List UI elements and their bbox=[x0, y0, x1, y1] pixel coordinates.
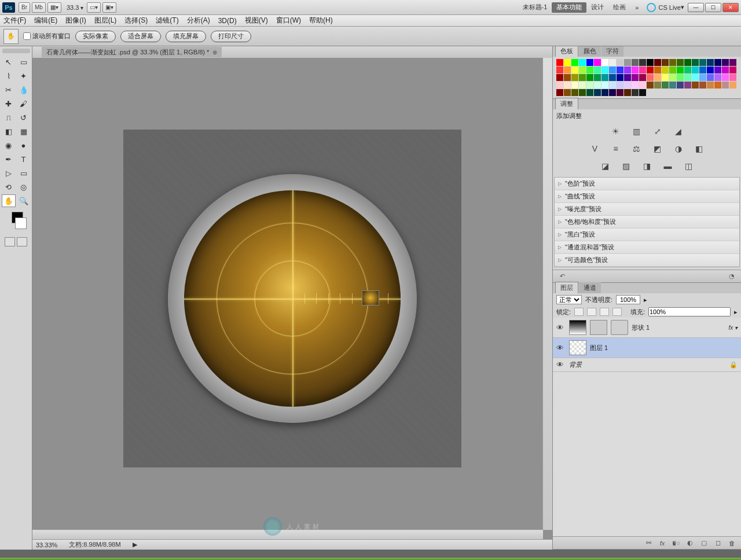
screenmode-button[interactable]: ▣▾ bbox=[102, 2, 116, 13]
swatch[interactable] bbox=[632, 82, 639, 89]
swatch[interactable] bbox=[677, 74, 684, 81]
swatch[interactable] bbox=[729, 82, 736, 89]
swatch[interactable] bbox=[579, 59, 586, 66]
swatch[interactable] bbox=[684, 82, 691, 89]
swatch[interactable] bbox=[564, 59, 571, 66]
menu-image[interactable]: 图像(I) bbox=[65, 16, 86, 25]
swatch[interactable] bbox=[571, 82, 578, 89]
swatch[interactable] bbox=[609, 67, 616, 73]
preset-item[interactable]: "曝光度"预设 bbox=[555, 203, 739, 216]
swatch[interactable] bbox=[714, 74, 721, 81]
swatch[interactable] bbox=[722, 82, 729, 89]
swatch[interactable] bbox=[677, 82, 684, 89]
swatch[interactable] bbox=[624, 82, 631, 89]
menu-3d[interactable]: 3D(D) bbox=[218, 17, 237, 25]
menu-filter[interactable]: 滤镜(T) bbox=[156, 16, 178, 25]
canvas-area[interactable]: 人人素材 bbox=[32, 58, 552, 539]
swatch[interactable] bbox=[684, 59, 691, 66]
tab-channels[interactable]: 通道 bbox=[579, 282, 601, 293]
crop-tool[interactable]: ✂ bbox=[2, 83, 16, 96]
actual-pixels-button[interactable]: 实际像素 bbox=[75, 31, 116, 42]
dodge-tool[interactable]: ● bbox=[17, 139, 31, 152]
swatch[interactable] bbox=[654, 82, 661, 89]
brightness-icon[interactable]: ☀ bbox=[610, 126, 622, 137]
adj-layer-icon[interactable]: ◐ bbox=[685, 539, 695, 547]
swatch[interactable] bbox=[624, 89, 631, 96]
link-layers-icon[interactable]: ⚯ bbox=[644, 539, 653, 547]
swatch[interactable] bbox=[714, 67, 721, 73]
menu-edit[interactable]: 编辑(E) bbox=[34, 16, 57, 25]
workspace-essentials[interactable]: 基本功能 bbox=[552, 2, 586, 13]
swatch[interactable] bbox=[617, 59, 623, 66]
tab-color[interactable]: 颜色 bbox=[579, 46, 601, 57]
menu-file[interactable]: 文件(F) bbox=[3, 16, 26, 25]
swatch[interactable] bbox=[556, 89, 563, 96]
swatch[interactable] bbox=[722, 59, 729, 66]
huesat-icon[interactable]: ≡ bbox=[610, 143, 622, 154]
swatch[interactable] bbox=[586, 74, 593, 81]
visibility-icon[interactable]: 👁 bbox=[556, 323, 566, 332]
swatch[interactable] bbox=[571, 67, 578, 73]
cslive-button[interactable]: CS Live ▾ bbox=[647, 3, 684, 12]
swatch[interactable] bbox=[647, 74, 654, 81]
swatch[interactable] bbox=[677, 67, 684, 73]
swatch[interactable] bbox=[684, 67, 691, 73]
lock-pixels-icon[interactable] bbox=[587, 308, 596, 316]
swatch[interactable] bbox=[707, 67, 714, 73]
swatch[interactable] bbox=[624, 74, 631, 81]
swatch[interactable] bbox=[707, 82, 714, 89]
swatch[interactable] bbox=[722, 67, 729, 73]
minibridge-button[interactable]: Mb bbox=[32, 2, 46, 13]
colorbalance-icon[interactable]: ⚖ bbox=[630, 143, 643, 154]
swatch[interactable] bbox=[699, 59, 706, 66]
swatch[interactable] bbox=[639, 82, 646, 89]
lock-all-icon[interactable] bbox=[612, 308, 622, 316]
viewextra-button[interactable]: ▭▾ bbox=[87, 2, 101, 13]
swatch[interactable] bbox=[586, 59, 593, 66]
stamp-tool[interactable]: ⎍ bbox=[2, 111, 16, 124]
menu-analysis[interactable]: 分析(A) bbox=[187, 16, 210, 25]
swatches-grid[interactable] bbox=[556, 59, 738, 96]
tab-character[interactable]: 字符 bbox=[601, 46, 623, 57]
quickselect-tool[interactable]: ✦ bbox=[17, 69, 31, 82]
workspace-design[interactable]: 设计 bbox=[586, 2, 608, 13]
tab-adjustments[interactable]: 调整 bbox=[555, 98, 578, 109]
swatch[interactable] bbox=[609, 74, 616, 81]
swatch[interactable] bbox=[714, 59, 721, 66]
scroll-all-checkbox[interactable]: 滚动所有窗口 bbox=[23, 32, 71, 40]
swatch[interactable] bbox=[669, 74, 676, 81]
threshold-icon[interactable]: ◨ bbox=[641, 161, 654, 171]
swatch[interactable] bbox=[624, 67, 631, 73]
vibrance-icon[interactable]: V bbox=[589, 143, 601, 154]
swatch[interactable] bbox=[692, 59, 699, 66]
swatch[interactable] bbox=[639, 74, 646, 81]
preset-item[interactable]: "色阶"预设 bbox=[555, 178, 739, 190]
group-icon[interactable]: ▢ bbox=[699, 539, 709, 547]
fill-flyout[interactable]: ▸ bbox=[734, 308, 738, 316]
swatch[interactable] bbox=[662, 59, 669, 66]
fill-input[interactable] bbox=[648, 307, 731, 316]
swatch[interactable] bbox=[556, 59, 563, 66]
background-color[interactable] bbox=[15, 218, 27, 229]
swatch[interactable] bbox=[579, 74, 586, 81]
swatch[interactable] bbox=[692, 67, 699, 73]
swatch[interactable] bbox=[609, 59, 616, 66]
swatch[interactable] bbox=[699, 74, 706, 81]
swatch[interactable] bbox=[594, 59, 601, 66]
new-layer-icon[interactable]: ◻ bbox=[713, 539, 722, 547]
swatch[interactable] bbox=[722, 74, 729, 81]
bridge-button[interactable]: Br bbox=[19, 2, 30, 13]
swatch[interactable] bbox=[669, 67, 676, 73]
footer-arrow[interactable]: ▶ bbox=[133, 541, 137, 548]
menu-help[interactable]: 帮助(H) bbox=[309, 16, 333, 25]
swatch[interactable] bbox=[669, 82, 676, 89]
doc-size-readout[interactable]: 文档:8.98M/8.98M bbox=[69, 540, 120, 549]
swatch[interactable] bbox=[594, 82, 601, 89]
workspace-painting[interactable]: 绘画 bbox=[608, 2, 630, 13]
swatch[interactable] bbox=[617, 74, 623, 81]
swatch[interactable] bbox=[624, 59, 631, 66]
adj-clip-icon[interactable]: ◔ bbox=[727, 272, 736, 280]
swatch[interactable] bbox=[707, 59, 714, 66]
history-brush-tool[interactable]: ↺ bbox=[17, 111, 31, 124]
eyedropper-tool[interactable]: 💧 bbox=[17, 83, 31, 96]
